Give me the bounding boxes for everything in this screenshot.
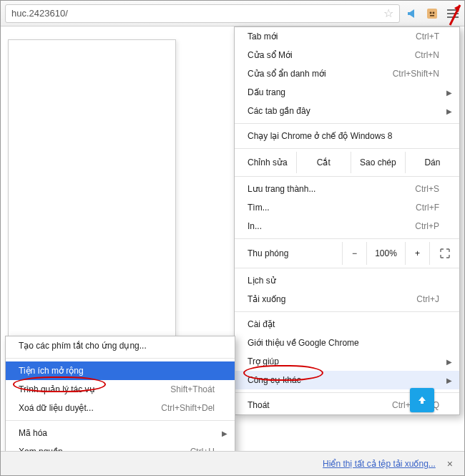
menu-new-window[interactable]: Cửa sổ MớiCtrl+N xyxy=(235,46,459,64)
edit-cut-button[interactable]: Cắt xyxy=(296,152,351,173)
svg-rect-3 xyxy=(430,15,434,16)
submenu-extensions[interactable]: Tiện ích mở rộng xyxy=(6,361,235,380)
menu-settings[interactable]: Cài đặt xyxy=(235,315,459,334)
extension-megaphone-icon[interactable] xyxy=(406,7,418,20)
extension-face-icon[interactable] xyxy=(426,7,439,20)
submenu-clear-browsing-data[interactable]: Xoá dữ liệu duyệt...Ctrl+Shift+Del xyxy=(6,399,235,417)
svg-point-2 xyxy=(433,11,435,14)
hamburger-menu-icon[interactable] xyxy=(446,7,460,20)
arrow-up-icon xyxy=(416,394,428,406)
browser-toolbar: huc.2423610/ ☆ xyxy=(1,1,464,26)
page-panel xyxy=(8,39,176,340)
downloads-bar: Hiển thị tất cả tệp tải xuống... × xyxy=(1,451,464,475)
chevron-right-icon: ▶ xyxy=(446,107,452,115)
menu-help[interactable]: Trợ giúp▶ xyxy=(235,352,459,371)
menu-print[interactable]: In...Ctrl+P xyxy=(235,217,459,235)
close-downloads-bar-button[interactable]: × xyxy=(443,458,457,470)
menu-relaunch-windows8[interactable]: Chạy lại Chrome ở chế độ Windows 8 xyxy=(235,127,459,145)
zoom-label: Thu phóng xyxy=(235,248,297,258)
menu-zoom-row: Thu phóng − 100% + xyxy=(235,242,459,265)
menu-edit-row: Chỉnh sửa Cắt Sao chép Dán xyxy=(235,152,459,173)
menu-save-as[interactable]: Lưu trang thành...Ctrl+S xyxy=(235,180,459,198)
menu-downloads[interactable]: Tải xuốngCtrl+J xyxy=(235,290,459,309)
menu-new-tab[interactable]: Tab mớiCtrl+T xyxy=(235,27,459,46)
edit-label: Chỉnh sửa xyxy=(235,157,296,167)
chevron-right-icon: ▶ xyxy=(222,429,227,437)
chrome-main-menu: Tab mớiCtrl+T Cửa sổ MớiCtrl+N Cửa sổ ẩn… xyxy=(234,26,460,415)
show-all-downloads-link[interactable]: Hiển thị tất cả tệp tải xuống... xyxy=(323,459,436,469)
svg-point-1 xyxy=(430,11,432,14)
fullscreen-icon xyxy=(440,248,450,258)
edit-copy-button[interactable]: Sao chép xyxy=(351,152,405,173)
bookmark-star-icon[interactable]: ☆ xyxy=(383,6,393,20)
submenu-task-manager[interactable]: Trình quản lý tác vụShift+Thoát xyxy=(6,380,235,399)
fullscreen-button[interactable] xyxy=(429,242,459,265)
chevron-right-icon: ▶ xyxy=(446,358,452,366)
svg-rect-0 xyxy=(427,9,437,19)
menu-recent-tabs[interactable]: Các tab gần đây▶ xyxy=(235,102,459,120)
menu-incognito[interactable]: Cửa sổ ẩn danh mớiCtrl+Shift+N xyxy=(235,64,459,83)
zoom-value: 100% xyxy=(366,242,405,265)
chevron-right-icon: ▶ xyxy=(446,377,452,384)
menu-find[interactable]: Tìm...Ctrl+F xyxy=(235,198,459,217)
url-text: huc.2423610/ xyxy=(11,8,68,19)
scroll-to-top-button[interactable] xyxy=(410,388,434,412)
submenu-create-shortcuts[interactable]: Tạo các phím tắt cho ứng dụng... xyxy=(6,336,235,355)
zoom-in-button[interactable]: + xyxy=(405,242,429,265)
zoom-out-button[interactable]: − xyxy=(342,242,366,265)
submenu-encoding[interactable]: Mã hóa▶ xyxy=(6,424,235,442)
address-bar[interactable]: huc.2423610/ ☆ xyxy=(5,4,400,23)
chevron-right-icon: ▶ xyxy=(446,89,452,97)
edit-paste-button[interactable]: Dán xyxy=(405,152,459,173)
menu-history[interactable]: Lịch sử xyxy=(235,271,459,290)
menu-more-tools[interactable]: Công cụ khác▶ xyxy=(235,371,459,389)
menu-about-chrome[interactable]: Giới thiệu về Google Chrome xyxy=(235,334,459,352)
menu-bookmarks[interactable]: Dấu trang▶ xyxy=(235,83,459,102)
